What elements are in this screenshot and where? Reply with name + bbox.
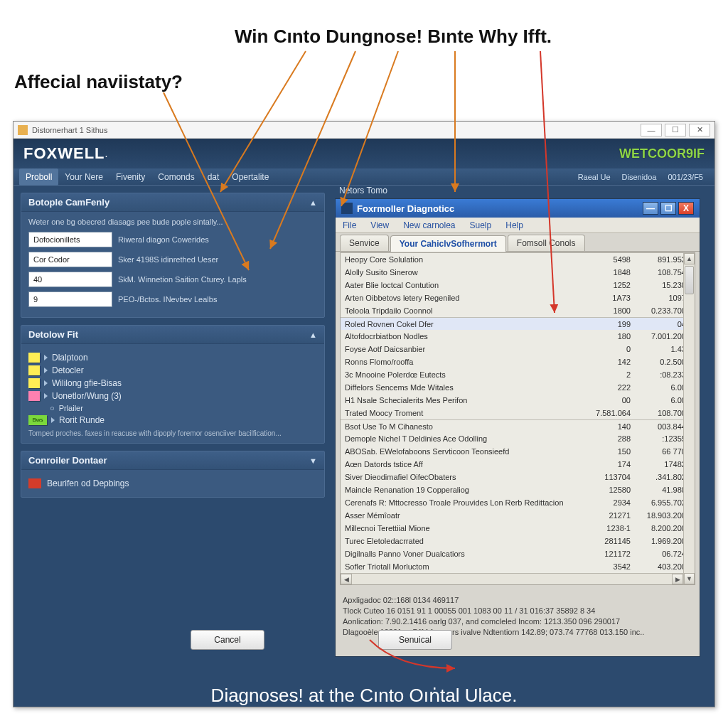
table-row[interactable]: Millecnoi Terettiial Mione1238·18.200.20… bbox=[341, 522, 695, 535]
menu-right-0[interactable]: Raeal Ue bbox=[572, 173, 616, 181]
subwindow-label-above: Netors Tomo bbox=[339, 186, 387, 196]
panel1-desc: Sker 4198S idinrethed Ueser bbox=[118, 255, 317, 264]
cancel-button[interactable]: Cancel bbox=[191, 630, 264, 650]
tree-item[interactable]: Dlalptoon bbox=[28, 353, 317, 363]
controller-item-label: Beurifen od Depbings bbox=[47, 478, 129, 488]
table-row[interactable]: Foyse Aotf Daicsanbier01.436 bbox=[341, 343, 695, 355]
tree-item-label: Rorit Runde bbox=[59, 415, 105, 425]
panel1-desc: SkM. Winnetion Saition Cturey. Lapls bbox=[118, 275, 317, 284]
subwindow-titlebar: Foxrmoller Diagnoticc — ☐ X bbox=[336, 199, 700, 218]
sticky-note-icon bbox=[28, 353, 40, 363]
menu-item-0[interactable]: Proboll bbox=[19, 168, 58, 186]
outer-minimize-button[interactable]: — bbox=[641, 124, 662, 136]
vertical-scrollbar[interactable]: ▲ ▼ bbox=[683, 253, 695, 584]
sub-maximize-button[interactable]: ☐ bbox=[660, 202, 676, 215]
panel1-field[interactable]: 40 bbox=[28, 272, 112, 287]
sub-menu-help[interactable]: Help bbox=[498, 220, 530, 230]
tree-item[interactable]: Uonetlor/Wung (3) bbox=[28, 391, 317, 401]
tab-fomsoll[interactable]: Fomsoll Conols bbox=[508, 235, 585, 251]
brand-secondary: WETCOOR9IF bbox=[619, 146, 705, 161]
table-row[interactable]: Altofdocrbiatbon Nodles1807.001.2000 bbox=[341, 330, 695, 343]
row-col1: 2 bbox=[592, 370, 638, 379]
menu-item-2[interactable]: Fivenity bbox=[109, 168, 151, 186]
sub-close-button[interactable]: X bbox=[678, 202, 694, 215]
sub-menu-new[interactable]: New carnolea bbox=[396, 220, 462, 230]
radio-icon: ○ bbox=[50, 404, 55, 412]
table-row[interactable]: Maincle Renanation 19 Copperaliog1258041… bbox=[341, 483, 695, 496]
menu-item-1[interactable]: Your Nere bbox=[58, 168, 109, 186]
table-row[interactable]: Alolly Susito Sinerow1848108.7544 bbox=[341, 266, 695, 279]
table-row[interactable]: Turec Eletoledacrrated2811451.969.2000 bbox=[341, 535, 695, 547]
tree-item[interactable]: Wililong gfie-Bisas bbox=[28, 378, 317, 388]
subwindow-tabs: Senvice Your CahiclvSofhermort Fomsoll C… bbox=[336, 233, 700, 252]
table-row[interactable]: Ronns Flomo/rooffa1420.2.5008 bbox=[341, 355, 695, 368]
row-label: Altofdocrbiatbon Nodles bbox=[341, 332, 592, 341]
table-row[interactable]: Arten Oibbetovs letery Regeniled1A731097… bbox=[341, 291, 695, 304]
table-row[interactable]: Demople Nichel T Deldinies Ace Odolling2… bbox=[341, 432, 695, 445]
panel1-field[interactable]: Cor Codor bbox=[28, 252, 112, 267]
menu-item-4[interactable]: dat bbox=[201, 168, 226, 186]
table-row[interactable]: Diffelors Sencems Mde Witales2226.000 bbox=[341, 381, 695, 394]
outer-maximize-button[interactable]: ☐ bbox=[665, 124, 686, 136]
scroll-up-button[interactable]: ▲ bbox=[684, 253, 695, 264]
panel1-row: DofocionilletsRiweral diagon Cowerides bbox=[28, 232, 317, 247]
senuical-button[interactable]: Senuical bbox=[378, 630, 452, 650]
table-row[interactable]: Heopy Core Solulation5498891.9525 bbox=[341, 253, 695, 266]
app-window: Distornerhart 1 Sithus — ☐ ✕ FOXWELL. WE… bbox=[13, 121, 715, 707]
table-row[interactable]: Siver Dieodimafiel OifecObaters113704.34… bbox=[341, 471, 695, 483]
scroll-thumb[interactable] bbox=[685, 266, 694, 294]
table-row[interactable]: Aœn Datords tstice Aff174174821 bbox=[341, 458, 695, 471]
table-row[interactable]: Asser Mémîoatr2127118.903.2003 bbox=[341, 509, 695, 522]
row-col1: 21271 bbox=[592, 511, 638, 520]
sub-menu-file[interactable]: File bbox=[336, 220, 363, 230]
tab-senvice[interactable]: Senvice bbox=[340, 235, 389, 251]
panel1-field[interactable]: 9 bbox=[28, 291, 112, 307]
subwindow-app-icon bbox=[341, 203, 353, 214]
panel1-field[interactable]: Dofocionillets bbox=[28, 232, 112, 247]
menu-right-1[interactable]: Disenidoa bbox=[616, 173, 663, 181]
table-row[interactable]: Bsot Use To M Cihanesto140003.8445 bbox=[341, 419, 695, 432]
table-row[interactable]: Aater Blie loctcal Contution125215.2300 bbox=[341, 279, 695, 291]
sticky-note-icon bbox=[28, 378, 40, 388]
scroll-left-button[interactable]: ◀ bbox=[341, 574, 352, 584]
collapse-icon: ▲ bbox=[309, 331, 317, 339]
row-col1: 2934 bbox=[592, 498, 638, 507]
table-row[interactable]: Cerenafs R: Mttocresso Troale Prouvides … bbox=[341, 496, 695, 509]
table-row[interactable]: Sofler Triotall Morluctom3542403.2000 bbox=[341, 560, 695, 573]
table-row[interactable]: 3c Mnooine Polerdœ Eutects2:08.2331 bbox=[341, 368, 695, 381]
annotation-heading-2: Affecial naviistaty? bbox=[14, 71, 183, 93]
tree-item[interactable]: Detocler bbox=[28, 365, 317, 375]
table-row[interactable]: Teloola Tripdailo Coonnol18000.233.7008 bbox=[341, 304, 695, 317]
controller-item[interactable]: Beurifen od Depbings bbox=[28, 476, 317, 491]
sub-menu-view[interactable]: View bbox=[363, 220, 396, 230]
menu-item-3[interactable]: Comonds bbox=[151, 168, 200, 186]
panel-conroller-header[interactable]: Conroiler Dontaer ▼ bbox=[21, 451, 324, 470]
outer-close-button[interactable]: ✕ bbox=[689, 124, 710, 136]
tab-yourcahicle[interactable]: Your CahiclvSofhermort bbox=[390, 235, 506, 252]
tree-item[interactable]: BwsRorit Runde bbox=[28, 415, 317, 425]
panel1-row: 40SkM. Winnetion Saition Cturey. Lapls bbox=[28, 272, 317, 287]
tree-subitem[interactable]: ○Prlailer bbox=[50, 404, 317, 412]
table-row[interactable]: H1 Nsale Schecialerits Mes Perifon006.00… bbox=[341, 394, 695, 407]
menu-item-5[interactable]: Opertalite bbox=[225, 168, 275, 186]
scroll-down-button[interactable]: ▼ bbox=[684, 573, 695, 584]
tree-bullet-icon bbox=[44, 368, 48, 373]
table-row[interactable]: Digilnalls Panno Voner Dualcatiors121172… bbox=[341, 547, 695, 560]
horizontal-scrollbar[interactable]: ◀ ▶ bbox=[341, 573, 683, 584]
sub-menu-suelp[interactable]: Suelp bbox=[463, 220, 499, 230]
brand-logo: FOXWELL bbox=[23, 144, 105, 163]
row-col1: 180 bbox=[592, 332, 638, 341]
table-row[interactable]: ABOSab. EWelofaboons Servticoon Teonsiee… bbox=[341, 445, 695, 458]
scroll-right-button[interactable]: ▶ bbox=[672, 574, 683, 584]
sub-minimize-button[interactable]: — bbox=[643, 202, 658, 215]
row-col1: 1252 bbox=[592, 281, 638, 289]
panel-botople-header[interactable]: Botople CamFenly ▲ bbox=[21, 193, 324, 212]
outer-window-title: Distornerhart 1 Sithus bbox=[32, 126, 107, 134]
table-row[interactable]: Roled Rovnen Cokel Dfer199046 bbox=[341, 317, 695, 330]
panel-detolow-header[interactable]: Detolow Fit ▲ bbox=[21, 326, 324, 344]
row-label: Siver Dieodimafiel OifecObaters bbox=[341, 473, 592, 481]
table-row[interactable]: Trated Moocy Troment7.581.064108.7000 bbox=[341, 407, 695, 419]
tree-item-label: Detocler bbox=[52, 365, 84, 375]
window-app-icon bbox=[18, 125, 28, 135]
row-label: Turec Eletoledacrrated bbox=[341, 537, 592, 545]
